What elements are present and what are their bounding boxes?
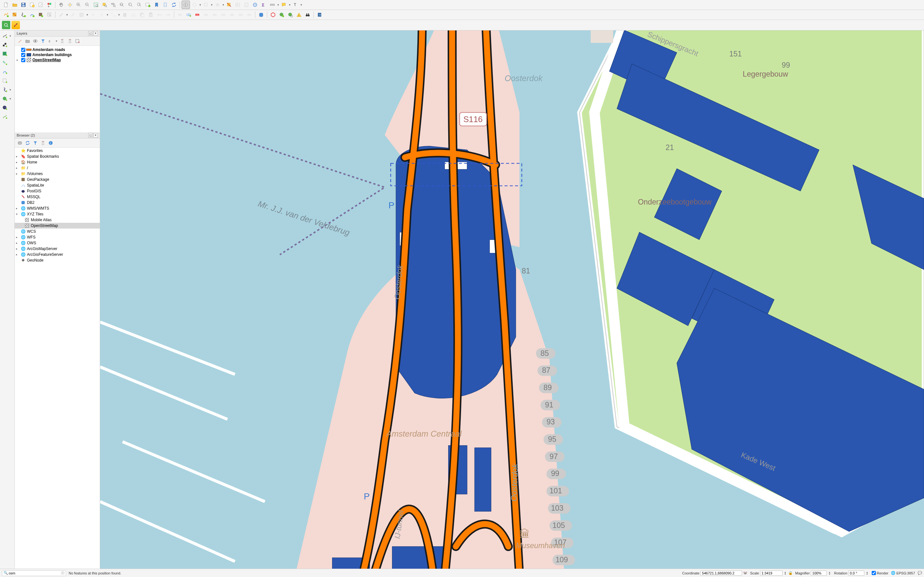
layer-visibility-checkbox[interactable] xyxy=(21,58,25,62)
browser-refresh-icon[interactable] xyxy=(24,140,31,146)
zoom-to-layer-icon[interactable] xyxy=(109,1,118,9)
extents-toggle-icon[interactable]: 🐭 xyxy=(743,571,748,575)
browser-item-xyz[interactable]: ▾🌐XYZ Tiles xyxy=(15,211,100,217)
josm-icon[interactable] xyxy=(11,21,20,29)
warning-icon[interactable]: ! xyxy=(295,11,303,19)
zoom-to-selection-icon[interactable] xyxy=(100,1,109,9)
dropdown-arrow-icon[interactable]: ▼ xyxy=(118,13,120,16)
new-spatialite-icon[interactable] xyxy=(28,11,36,19)
action-icon[interactable] xyxy=(190,1,199,9)
attribute-table-icon[interactable] xyxy=(234,1,242,9)
wms-add-icon[interactable] xyxy=(278,11,286,19)
database-icon[interactable] xyxy=(257,11,265,19)
delimited-text-icon[interactable]: ✎ xyxy=(1,59,9,67)
collapse-all-icon[interactable] xyxy=(67,38,73,44)
add-layer-icon[interactable] xyxy=(17,140,23,146)
render-checkbox[interactable] xyxy=(872,571,876,575)
panel-undock-icon[interactable]: ◱ xyxy=(88,31,93,35)
quickosm-icon[interactable] xyxy=(2,21,10,29)
move-feature-icon[interactable] xyxy=(97,11,106,19)
identify-icon[interactable]: i xyxy=(182,1,190,9)
new-shapefile-icon[interactable] xyxy=(19,11,27,19)
label-off-icon[interactable]: abc xyxy=(193,11,202,19)
edit-toggle-icon[interactable] xyxy=(57,11,65,19)
browser-item-arcgismap[interactable]: ▸🌐ArcGisMapServer xyxy=(15,246,100,251)
layer-row[interactable]: ▸ OpenStreetMap xyxy=(16,57,99,63)
deselect-icon[interactable] xyxy=(225,1,233,9)
add-raster-icon[interactable] xyxy=(11,11,19,19)
panel-close-icon[interactable]: ✕ xyxy=(94,31,98,35)
manage-visibility-icon[interactable] xyxy=(32,38,39,44)
new-print-layout-icon[interactable] xyxy=(28,1,36,9)
browser-item-wfs[interactable]: ▸🌐WFS xyxy=(15,234,100,240)
select-icon[interactable] xyxy=(202,1,210,9)
vector-layer-icon[interactable] xyxy=(1,32,9,40)
refresh-icon[interactable] xyxy=(170,1,178,9)
browser-item-db2[interactable]: DB2 xyxy=(15,200,100,205)
layout-manager-icon[interactable] xyxy=(37,1,45,9)
save-project-icon[interactable] xyxy=(19,1,27,9)
virtual-layer-icon[interactable] xyxy=(1,77,9,85)
dropdown-arrow-icon[interactable]: ▼ xyxy=(300,3,302,6)
dropdown-arrow-icon[interactable]: ▼ xyxy=(9,89,11,91)
save-edits-icon[interactable] xyxy=(69,11,77,19)
browser-item-favorites[interactable]: ⭐Favorites xyxy=(15,148,100,153)
browser-item-spatialite[interactable]: SpatiaLite xyxy=(15,182,100,188)
wms-layer-icon[interactable] xyxy=(1,95,9,103)
new-project-icon[interactable] xyxy=(2,1,10,9)
map-tips-icon[interactable] xyxy=(280,1,288,9)
delete-selected-icon[interactable] xyxy=(121,11,129,19)
new-virtual-layer-icon[interactable] xyxy=(45,11,53,19)
browser-item-xyz-child[interactable]: OpenStreetMap xyxy=(15,223,100,229)
dropdown-arrow-icon[interactable]: ▼ xyxy=(222,3,225,6)
clear-icon[interactable]: ⓧ xyxy=(61,571,65,575)
filter-legend-icon[interactable] xyxy=(40,38,46,44)
postgis-icon[interactable] xyxy=(1,85,9,94)
expand-icon[interactable]: ▸ xyxy=(17,58,20,61)
show-bookmarks-icon[interactable] xyxy=(161,1,170,9)
new-bookmark-icon[interactable] xyxy=(152,1,161,9)
zoom-in-icon[interactable] xyxy=(74,1,83,9)
panel-close-icon[interactable]: ✕ xyxy=(94,133,98,137)
field-calculator-icon[interactable] xyxy=(242,1,250,9)
scale-input[interactable] xyxy=(760,571,782,576)
expression-filter-icon[interactable]: ε xyxy=(47,38,54,44)
browser-item-root[interactable]: ▸📁/ xyxy=(15,165,100,171)
browser-item-geopackage[interactable]: GeoPackage xyxy=(15,177,100,182)
browser-item-bookmarks[interactable]: ▸🔖Spatial Bookmarks xyxy=(15,153,100,159)
text-annotation-icon[interactable]: T xyxy=(291,1,300,9)
label-on-icon[interactable]: abc xyxy=(184,11,193,19)
properties-icon[interactable]: i xyxy=(47,140,54,146)
dropdown-arrow-icon[interactable]: ▼ xyxy=(199,3,202,6)
expand-all-icon[interactable] xyxy=(59,38,65,44)
browser-item-home[interactable]: ▸🏠Home xyxy=(15,159,100,165)
zoom-next-icon[interactable] xyxy=(135,1,144,9)
messages-icon[interactable]: 💬 xyxy=(918,571,922,575)
help-icon[interactable]: ? xyxy=(315,11,324,19)
layer-row[interactable]: Amsterdam roads xyxy=(16,47,99,52)
browser-item-arcgisfeature[interactable]: ▸🌐ArcGisFeatureServer xyxy=(15,251,100,258)
wfs-layer-icon[interactable] xyxy=(1,113,9,121)
new-map-view-icon[interactable] xyxy=(144,1,152,9)
coord-input[interactable] xyxy=(700,571,742,576)
identify-wms-icon[interactable] xyxy=(286,11,294,19)
dropdown-arrow-icon[interactable]: ▼ xyxy=(288,3,291,6)
mag-down[interactable]: ▼ xyxy=(828,573,832,575)
undo-icon[interactable] xyxy=(155,11,164,19)
wcs-layer-icon[interactable] xyxy=(1,103,9,112)
label-move-icon[interactable] xyxy=(228,11,236,19)
pan-to-selection-icon[interactable] xyxy=(66,1,74,9)
new-geopackage-icon[interactable] xyxy=(37,11,45,19)
add-feature-icon[interactable] xyxy=(89,11,97,19)
label-pin-icon[interactable] xyxy=(202,11,210,19)
browser-collapse-icon[interactable] xyxy=(40,140,46,146)
measure-icon[interactable] xyxy=(268,1,276,9)
add-group-icon[interactable] xyxy=(24,38,31,44)
mesh-layer-icon[interactable] xyxy=(1,50,9,58)
zoom-native-icon[interactable]: 1:1 xyxy=(118,1,126,9)
open-project-icon[interactable] xyxy=(11,1,19,9)
panel-undock-icon[interactable]: ◱ xyxy=(88,133,93,137)
layer-row[interactable]: Amsterdam buildings xyxy=(16,52,99,57)
pan-icon[interactable] xyxy=(57,1,65,9)
rotation-input[interactable] xyxy=(848,571,864,576)
